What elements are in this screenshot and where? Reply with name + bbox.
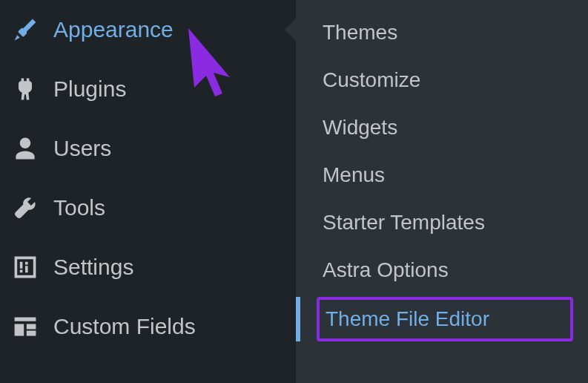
wrench-icon [10,193,40,223]
user-icon [10,134,40,163]
submenu-item-menus[interactable]: Menus [296,151,588,199]
sidebar-item-appearance[interactable]: Appearance [0,0,296,59]
grid-icon [10,312,40,341]
admin-sidebar: Appearance Plugins Users Tools Settings [0,0,588,383]
sliders-icon [10,252,40,282]
submenu-item-themes[interactable]: Themes [296,9,588,56]
sidebar-item-label: Custom Fields [53,314,196,339]
submenu-item-astra-options[interactable]: Astra Options [296,246,588,294]
sidebar-item-plugins[interactable]: Plugins [0,59,296,119]
submenu-item-widgets[interactable]: Widgets [296,104,588,151]
sidebar-item-label: Tools [53,195,105,220]
sidebar-item-settings[interactable]: Settings [0,238,296,297]
sidebar-item-label: Users [53,136,111,161]
sidebar-item-label: Appearance [53,17,174,42]
submenu-appearance: Themes Customize Widgets Menus Starter T… [296,0,588,383]
sidebar-item-label: Plugins [53,76,126,102]
plug-icon [10,74,40,104]
submenu-item-theme-file-editor[interactable]: Theme File Editor [317,297,573,341]
brush-icon [10,15,40,45]
sidebar-item-custom-fields[interactable]: Custom Fields [0,297,296,356]
sidebar-item-label: Settings [53,255,133,280]
submenu-item-starter-templates[interactable]: Starter Templates [296,199,588,246]
sidebar-item-users[interactable]: Users [0,119,296,178]
submenu-item-customize[interactable]: Customize [296,56,588,104]
primary-menu: Appearance Plugins Users Tools Settings [0,0,296,383]
sidebar-item-tools[interactable]: Tools [0,178,296,238]
